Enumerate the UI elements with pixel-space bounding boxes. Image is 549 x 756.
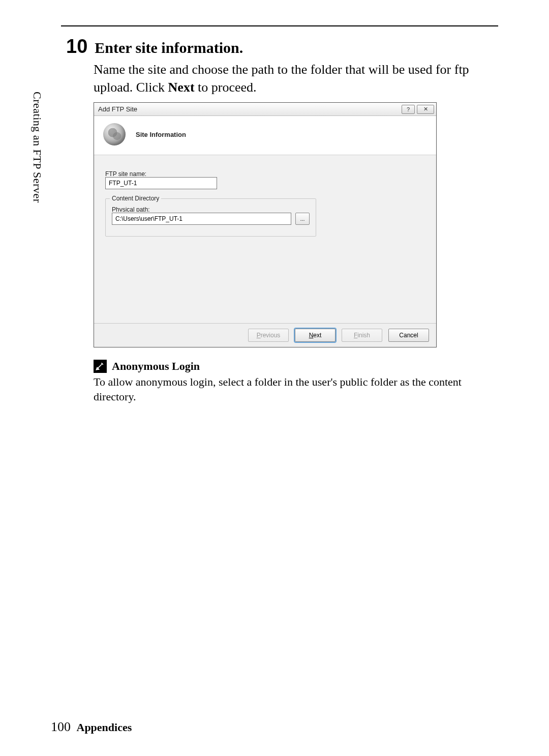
note-icon [94,360,107,373]
note-block: Anonymous Login To allow anonymous login… [94,360,498,404]
help-button[interactable]: ? [402,105,415,114]
physical-path-input[interactable] [112,213,291,225]
add-ftp-site-dialog: Add FTP Site ? ✕ Site Information FTP si… [94,102,437,347]
dialog-titlebar: Add FTP Site ? ✕ [94,103,436,116]
dialog-header-title: Site Information [136,131,186,138]
next-button[interactable]: Next [295,329,336,342]
step-body-pre: Name the site and choose the path to the… [94,62,469,95]
dialog-footer: Previous Next Finish Cancel [94,323,436,347]
site-name-label: FTP site name: [105,170,425,176]
previous-button: Previous [248,329,289,342]
help-icon: ? [407,106,410,112]
page-number: 100 [51,719,71,734]
step-number: 10 [66,36,87,57]
cancel-button[interactable]: Cancel [388,329,429,342]
side-tab-label: Creating an FTP Server [30,92,44,203]
finish-button: Finish [342,329,382,342]
close-button[interactable]: ✕ [417,105,434,114]
step-description: Name the site and choose the path to the… [94,61,498,96]
dialog-window-title: Add FTP Site [98,105,402,113]
step-body-bold: Next [168,80,195,95]
browse-button[interactable]: ... [295,213,310,225]
footer-section: Appendices [77,721,132,734]
step-body-post: to proceed. [195,80,257,95]
dialog-header: Site Information [94,116,436,155]
page-footer: 100 Appendices [51,719,132,735]
content-directory-group: Content Directory Physical path: ... [105,198,316,237]
globe-icon [103,123,126,146]
note-title: Anonymous Login [112,360,200,373]
note-body: To allow anonymous login, select a folde… [94,375,498,404]
physical-path-label: Physical path: [112,206,310,212]
close-icon: ✕ [423,106,428,112]
site-name-input[interactable] [105,177,217,189]
top-rule [61,25,498,26]
content-directory-legend: Content Directory [110,195,161,202]
step-title: Enter site information. [95,39,243,56]
dialog-body: FTP site name: Content Directory Physica… [94,155,436,323]
